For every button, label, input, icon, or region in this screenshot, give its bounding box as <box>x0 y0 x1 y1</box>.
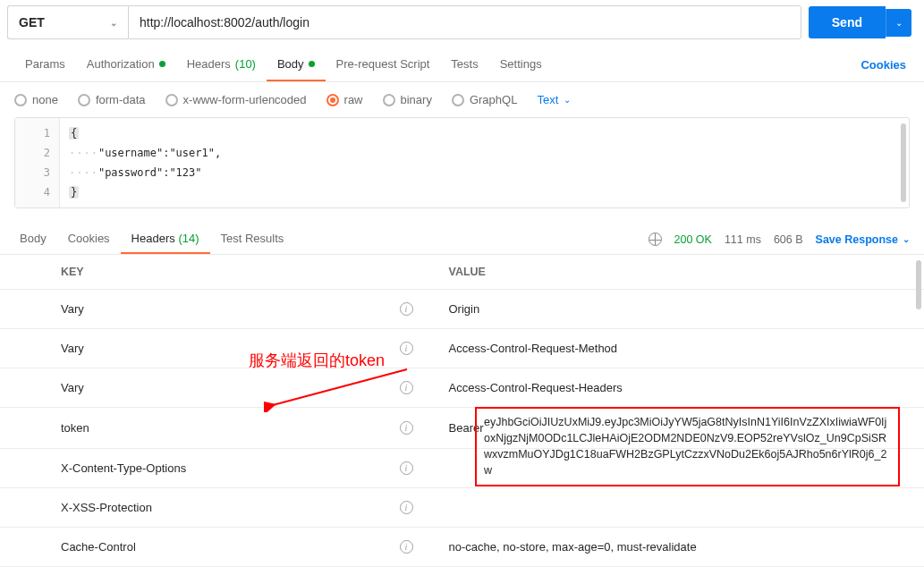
response-headers-area: KEY VALUE Varyi Origin Varyi Access-Cont… <box>0 255 924 567</box>
radio-icon <box>326 94 339 106</box>
dot-indicator-icon <box>309 61 315 67</box>
send-button-group: Send ⌄ <box>809 6 911 38</box>
radio-icon <box>165 94 178 106</box>
radio-icon <box>78 94 90 106</box>
chevron-down-icon: ⌄ <box>110 18 117 28</box>
radio-binary[interactable]: binary <box>383 93 432 106</box>
tab-params[interactable]: Params <box>14 48 76 81</box>
table-row: Varyi Origin <box>0 290 924 329</box>
info-icon[interactable]: i <box>400 461 413 475</box>
request-tabs: Params Authorization Headers (10) Body P… <box>0 45 924 82</box>
url-input[interactable]: http://localhost:8002/auth/login <box>128 5 801 39</box>
table-row: Varyi Access-Control-Request-Headers <box>0 368 924 408</box>
radio-icon <box>14 94 27 106</box>
response-tabs: Body Cookies Headers (14) Test Results 2… <box>0 217 924 255</box>
scrollbar[interactable] <box>916 260 921 309</box>
info-icon[interactable]: i <box>400 421 413 435</box>
radio-icon <box>452 94 464 106</box>
resp-tab-headers[interactable]: Headers (14) <box>121 224 210 254</box>
annotation-label: 服务端返回的token <box>249 350 385 371</box>
response-size: 606 B <box>774 233 803 246</box>
annotation-token-box: eyJhbGciOiJIUzUxMiJ9.eyJpc3MiOiJyYW5jaG8… <box>475 407 900 486</box>
radio-formdata[interactable]: form-data <box>78 93 146 106</box>
table-header-row: KEY VALUE <box>0 255 924 290</box>
radio-urlencoded[interactable]: x-www-form-urlencoded <box>165 93 307 106</box>
chevron-down-icon: ⌄ <box>564 95 571 105</box>
scrollbar[interactable] <box>901 123 906 202</box>
tab-settings[interactable]: Settings <box>489 48 553 81</box>
resp-tab-body[interactable]: Body <box>9 224 57 254</box>
table-row: Cache-Controli no-cache, no-store, max-a… <box>0 528 924 567</box>
http-method-value: GET <box>19 15 45 30</box>
response-time: 111 ms <box>725 233 761 246</box>
response-meta: 200 OK 111 ms 606 B Save Response⌄ <box>648 233 910 246</box>
resp-tab-testresults[interactable]: Test Results <box>210 224 295 254</box>
request-body-editor[interactable]: 1 2 3 4 { ····"username":"user1", ····"p… <box>14 117 910 208</box>
col-value-label: VALUE <box>435 255 925 289</box>
body-format-dropdown[interactable]: Text⌄ <box>537 93 571 106</box>
cookies-link[interactable]: Cookies <box>857 49 910 80</box>
radio-raw[interactable]: raw <box>326 93 363 106</box>
send-dropdown-button[interactable]: ⌄ <box>886 9 911 37</box>
tab-body[interactable]: Body <box>267 48 326 81</box>
editor-gutter: 1 2 3 4 <box>15 118 60 207</box>
send-button[interactable]: Send <box>809 6 886 38</box>
table-row: X-XSS-Protectioni <box>0 488 924 528</box>
radio-graphql[interactable]: GraphQL <box>452 93 517 106</box>
col-key-label: KEY <box>0 255 435 289</box>
tab-tests[interactable]: Tests <box>440 48 488 81</box>
resp-tab-cookies[interactable]: Cookies <box>57 224 121 254</box>
info-icon[interactable]: i <box>400 381 413 394</box>
radio-icon <box>383 94 395 106</box>
chevron-down-icon: ⌄ <box>903 234 910 244</box>
info-icon[interactable]: i <box>400 342 413 355</box>
info-icon[interactable]: i <box>400 302 413 316</box>
status-code: 200 OK <box>674 233 712 246</box>
editor-code[interactable]: { ····"username":"user1", ····"password"… <box>60 118 909 207</box>
save-response-button[interactable]: Save Response⌄ <box>816 233 910 246</box>
info-icon[interactable]: i <box>400 540 413 554</box>
body-type-row: none form-data x-www-form-urlencoded raw… <box>0 82 924 117</box>
tab-prerequest[interactable]: Pre-request Script <box>326 48 441 81</box>
http-method-select[interactable]: GET ⌄ <box>7 5 128 39</box>
tab-headers[interactable]: Headers (10) <box>176 48 267 81</box>
radio-none[interactable]: none <box>14 93 58 106</box>
url-value: http://localhost:8002/auth/login <box>140 15 309 30</box>
info-icon[interactable]: i <box>400 501 413 514</box>
request-bar: GET ⌄ http://localhost:8002/auth/login S… <box>0 0 924 45</box>
table-row: Varyi Access-Control-Request-Method <box>0 329 924 368</box>
globe-icon[interactable] <box>648 233 662 246</box>
dot-indicator-icon <box>159 61 165 67</box>
tab-authorization[interactable]: Authorization <box>76 48 176 81</box>
